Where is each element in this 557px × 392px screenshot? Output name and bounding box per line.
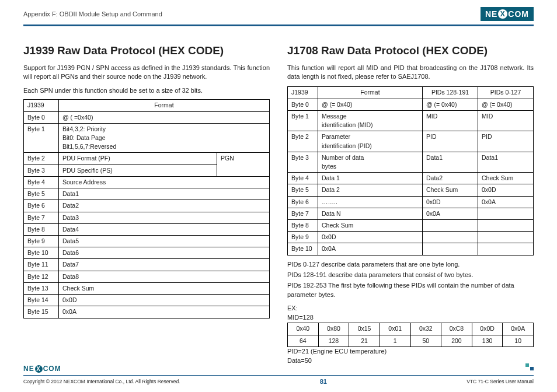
- hdr: PIDs 0-127: [478, 87, 534, 99]
- cell: 0x0A: [318, 243, 423, 255]
- pid-label: PID=21 (Engine ECU temperature): [287, 347, 534, 356]
- cell: Byte 8: [24, 223, 59, 235]
- cell: PID: [423, 131, 478, 152]
- brand-x-icon: X: [35, 365, 43, 373]
- brand-left: NE: [23, 365, 34, 373]
- j1939-note: Each SPN under this function should be s…: [23, 86, 270, 96]
- cell: @ ( =0x40): [59, 111, 270, 123]
- cell: Byte 8: [288, 220, 318, 232]
- cell: Check Sum: [478, 173, 534, 184]
- cell-line: Bit4,3,2: Priority: [62, 125, 266, 134]
- cell: 0x0A: [59, 306, 270, 318]
- cell: 0x0D: [318, 232, 423, 243]
- cell: Byte 3: [24, 164, 59, 176]
- cell: 0x0A: [423, 208, 478, 219]
- cell: Data1: [59, 188, 270, 200]
- cell: Byte 10: [24, 247, 59, 259]
- cell: @ (= 0x40): [478, 99, 534, 110]
- cell: Byte 5: [24, 188, 59, 200]
- cell: @ (= 0x40): [423, 99, 478, 110]
- cell: [423, 220, 478, 232]
- brand-x-icon: X: [498, 9, 507, 19]
- cell: PDU Specific (PS): [59, 164, 217, 176]
- hdr: PIDs 128-191: [423, 87, 478, 99]
- cell: Data2: [59, 200, 270, 212]
- ex-cell: 1: [380, 335, 410, 346]
- cell-line: identification (MID): [322, 121, 419, 130]
- cell: Data1: [423, 152, 478, 172]
- appendix-title: Appendix F: OBDII Module Setup and Comma…: [23, 10, 162, 18]
- cell: Byte 1: [288, 110, 318, 131]
- pid-note-1: PIDs 0-127 describe data parameters that…: [287, 260, 534, 270]
- cell: Bit4,3,2: Priority Bit0: Data Page Bit1,…: [59, 123, 270, 153]
- cell: Number of databytes: [318, 152, 423, 172]
- cell: Check Sum: [423, 184, 478, 196]
- copyright-text: Copyright © 2012 NEXCOM International Co…: [23, 379, 180, 384]
- cell-line: Bit0: Data Page: [62, 134, 266, 142]
- hdr: J1939: [288, 87, 318, 99]
- cell: Check Sum: [59, 282, 270, 294]
- cell: Data1: [478, 152, 534, 172]
- ex-cell: 130: [472, 335, 503, 346]
- j1939-table: J1939 Format Byte 0@ ( =0x40) Byte 1 Bit…: [23, 99, 270, 318]
- cell: ……..: [318, 196, 423, 208]
- cell: Byte 6: [288, 196, 318, 208]
- cell: Data8: [59, 271, 270, 282]
- cell: Byte 4: [24, 176, 59, 188]
- left-column: J1939 Raw Data Protocol (HEX CODE) Suppo…: [23, 43, 270, 366]
- ex-cell: 0x32: [410, 323, 441, 335]
- cell: [423, 243, 478, 255]
- ex-cell: 200: [441, 335, 472, 346]
- cell: Byte 11: [24, 259, 59, 271]
- cell: Byte 7: [24, 212, 59, 223]
- cell: Data6: [59, 247, 270, 259]
- cell: [423, 232, 478, 243]
- cell: Byte 9: [288, 232, 318, 243]
- cell: MID: [478, 110, 534, 131]
- cell: PGN: [217, 153, 270, 176]
- cell: 0x0D: [423, 196, 478, 208]
- cell: Data2: [423, 173, 478, 184]
- cell: Byte 4: [288, 173, 318, 184]
- cell-line: Parameter: [322, 132, 419, 141]
- cell: Byte 1: [24, 123, 59, 153]
- cell-line: bytes: [322, 162, 419, 171]
- cell: [478, 220, 534, 232]
- cell: Data4: [59, 223, 270, 235]
- cell-line: Number of data: [322, 153, 419, 162]
- cell: Data 2: [318, 184, 423, 196]
- cell: MID: [423, 110, 478, 131]
- cell: Byte 14: [24, 295, 59, 306]
- ex-cell: 50: [410, 335, 441, 346]
- cell: Data3: [59, 212, 270, 223]
- cell: Byte 7: [288, 208, 318, 219]
- footer-logo: NEXCOM: [23, 365, 61, 373]
- ex-cell: 0x15: [349, 323, 380, 335]
- cell-line: identification (PID): [322, 142, 419, 150]
- cell: Byte 13: [24, 282, 59, 294]
- cell: PID: [478, 131, 534, 152]
- cell: Byte 10: [288, 243, 318, 255]
- cell-line: Message: [322, 112, 419, 121]
- cell-line: Bit1,5,6,7:Reversed: [62, 142, 266, 151]
- ex-cell: 10: [503, 335, 534, 346]
- cell: [478, 208, 534, 219]
- hdr: Format: [318, 87, 423, 99]
- j1939-hdr-c2: Format: [59, 100, 270, 111]
- pid-note-2: PIDs 128-191 describe data parameters th…: [287, 271, 534, 280]
- cell: @ (= 0x40): [318, 99, 423, 110]
- ex-cell: 0x80: [318, 323, 349, 335]
- j1939-hdr-c1: J1939: [24, 100, 59, 111]
- cell: [478, 232, 534, 243]
- j1708-table: J1939 Format PIDs 128-191 PIDs 0-127 Byt…: [287, 86, 534, 255]
- cell: Byte 9: [24, 235, 59, 247]
- cell: Data5: [59, 235, 270, 247]
- footer-decoration-icon: [525, 363, 534, 367]
- cell: 0x0D: [59, 295, 270, 306]
- cell: Byte 2: [288, 131, 318, 152]
- page-footer: NEXCOM Copyright © 2012 NEXCOM Internati…: [23, 365, 534, 385]
- cell: Byte 0: [24, 111, 59, 123]
- pid-notes: PIDs 0-127 describe data parameters that…: [287, 260, 534, 300]
- cell: Byte 6: [24, 200, 59, 212]
- ex-cell: 0x0A: [503, 323, 534, 335]
